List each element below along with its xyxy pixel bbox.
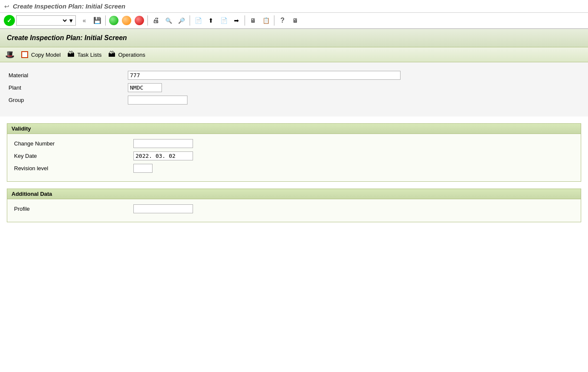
revision-level-input[interactable] bbox=[133, 164, 153, 173]
material-label: Material bbox=[9, 72, 128, 78]
page-down-icon: 📄 bbox=[220, 17, 228, 24]
find-next-button[interactable]: 🔎 bbox=[176, 15, 187, 26]
check-icon: ✓ bbox=[4, 15, 15, 26]
page-first-icon: 📄 bbox=[195, 17, 202, 24]
plant-row: Plant bbox=[9, 83, 579, 92]
create-session-icon: 📋 bbox=[262, 17, 270, 24]
sep4 bbox=[245, 15, 245, 26]
main-content: Create Inspection Plan: Initial Screen 🎩… bbox=[0, 29, 588, 222]
group-label: Group bbox=[9, 97, 128, 103]
customize-icon: 🖥 bbox=[292, 17, 298, 24]
copy-model-icon bbox=[21, 51, 28, 58]
page-up-icon: ⬆ bbox=[208, 17, 213, 24]
sep5 bbox=[274, 15, 274, 26]
find-next-icon: 🔎 bbox=[178, 17, 185, 24]
toolbar: ✓ ▼ « 💾 🖨 🔍 🔎 📄 ⬆ bbox=[0, 13, 588, 29]
command-dropdown[interactable]: ▼ bbox=[16, 15, 76, 26]
page-first-button[interactable]: 📄 bbox=[192, 15, 204, 26]
task-lists-icon: 🏔 bbox=[67, 50, 75, 59]
additional-data-header: Additional Data bbox=[7, 189, 581, 199]
find-button[interactable]: 🔍 bbox=[163, 15, 175, 26]
plant-label: Plant bbox=[9, 84, 128, 91]
group-input[interactable] bbox=[128, 96, 187, 105]
hat-icon: 🎩 bbox=[5, 50, 14, 59]
customize-button[interactable]: 🖥 bbox=[289, 15, 301, 26]
help-icon: ? bbox=[280, 17, 285, 24]
back-button[interactable]: « bbox=[78, 15, 90, 26]
task-lists-action[interactable]: 🏔 Task Lists bbox=[67, 50, 101, 59]
material-input[interactable] bbox=[128, 71, 401, 80]
task-lists-label: Task Lists bbox=[77, 52, 101, 58]
revision-level-label: Revision level bbox=[14, 165, 133, 171]
key-date-row: Key Date bbox=[14, 151, 574, 160]
profile-input[interactable] bbox=[133, 204, 193, 213]
green-circle-icon bbox=[109, 16, 118, 25]
profile-label: Profile bbox=[14, 206, 133, 212]
action-bar: 🎩 Copy Model 🏔 Task Lists 🏔 Operations bbox=[0, 47, 588, 62]
change-number-input[interactable] bbox=[133, 139, 193, 148]
group-row: Group bbox=[9, 96, 579, 105]
operations-icon: 🏔 bbox=[108, 50, 115, 59]
orange-circle-icon bbox=[122, 16, 131, 25]
command-select[interactable] bbox=[18, 17, 68, 24]
operations-action[interactable]: 🏔 Operations bbox=[108, 50, 145, 59]
copy-model-label: Copy Model bbox=[31, 52, 61, 58]
page-header: Create Inspection Plan: Initial Screen bbox=[0, 29, 588, 47]
copy-model-action[interactable]: Copy Model bbox=[21, 51, 61, 58]
validity-content: Change Number Key Date Revision level bbox=[7, 134, 581, 181]
nav-icon: ↩ bbox=[4, 3, 9, 10]
key-date-input[interactable] bbox=[133, 151, 193, 160]
dropdown-arrow-icon: ▼ bbox=[68, 17, 74, 24]
execute-button[interactable]: ✓ bbox=[3, 15, 15, 26]
sep1 bbox=[105, 15, 106, 26]
additional-data-content: Profile bbox=[7, 199, 581, 222]
orange-nav-button[interactable] bbox=[121, 15, 133, 26]
page-down-button[interactable]: 📄 bbox=[218, 15, 230, 26]
revision-level-row: Revision level bbox=[14, 164, 574, 173]
change-number-row: Change Number bbox=[14, 139, 574, 148]
red-circle-icon bbox=[135, 16, 144, 25]
change-number-label: Change Number bbox=[14, 140, 133, 147]
title-bar-text: Create Inspection Plan: Initial Screen bbox=[13, 3, 125, 10]
save-button[interactable]: 💾 bbox=[91, 15, 103, 26]
material-row: Material bbox=[9, 71, 579, 80]
page-last-icon: ➡ bbox=[234, 17, 239, 24]
validity-header: Validity bbox=[7, 124, 581, 134]
save-icon: 💾 bbox=[93, 17, 101, 24]
window-list-button[interactable]: 🖥 bbox=[247, 15, 259, 26]
operations-label: Operations bbox=[118, 52, 145, 58]
page-up-button[interactable]: ⬆ bbox=[205, 15, 217, 26]
page-last-button[interactable]: ➡ bbox=[231, 15, 242, 26]
key-date-label: Key Date bbox=[14, 153, 133, 159]
green-nav-button[interactable] bbox=[108, 15, 120, 26]
sep2 bbox=[147, 15, 148, 26]
help-button[interactable]: ? bbox=[277, 15, 288, 26]
create-session-button[interactable]: 📋 bbox=[260, 15, 272, 26]
sep3 bbox=[190, 15, 190, 26]
red-nav-button[interactable] bbox=[133, 15, 145, 26]
additional-data-section: Additional Data Profile bbox=[7, 189, 581, 222]
print-icon: 🖨 bbox=[153, 17, 159, 24]
print-button[interactable]: 🖨 bbox=[150, 15, 162, 26]
window-list-icon: 🖥 bbox=[250, 17, 256, 24]
profile-row: Profile bbox=[14, 204, 574, 213]
form-area: Material Plant Group bbox=[0, 62, 588, 116]
hat-action-item[interactable]: 🎩 bbox=[5, 50, 14, 59]
plant-input[interactable] bbox=[128, 83, 162, 92]
find-icon: 🔍 bbox=[165, 17, 172, 24]
page-title: Create Inspection Plan: Initial Screen bbox=[7, 34, 127, 41]
title-bar: ↩ Create Inspection Plan: Initial Screen bbox=[0, 0, 588, 13]
validity-section: Validity Change Number Key Date Revision… bbox=[7, 123, 581, 182]
back-icon: « bbox=[83, 17, 86, 24]
